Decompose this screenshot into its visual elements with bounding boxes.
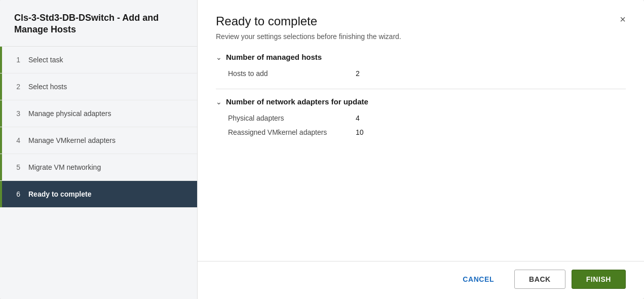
step-number: 2 — [2, 83, 20, 91]
sidebar-steps: 1 Select task 2 Select hosts 3 Manage ph… — [0, 47, 197, 299]
main-panel: Ready to complete × Review your settings… — [198, 0, 644, 299]
sidebar-step-2[interactable]: 2 Select hosts — [0, 73, 197, 100]
section-title: Number of managed hosts — [226, 53, 322, 61]
row-label: Hosts to add — [228, 69, 350, 78]
step-label: Select task — [28, 56, 63, 64]
step-label: Ready to complete — [28, 190, 91, 198]
step-number: 5 — [2, 163, 20, 171]
step-number: 4 — [2, 136, 20, 144]
section-header-network-adapters[interactable]: ⌄ Number of network adapters for update — [216, 97, 626, 106]
main-body: ⌄ Number of managed hosts Hosts to add 2… — [198, 41, 644, 261]
step-number: 1 — [2, 56, 20, 64]
main-title: Ready to complete — [216, 14, 317, 28]
row-value: 4 — [356, 114, 360, 122]
main-header: Ready to complete × — [198, 0, 644, 28]
sidebar: Cls-3-Std3-DB-DSwitch - Add and Manage H… — [0, 0, 198, 299]
section-rows-network-adapters: Physical adapters 4 Reassigned VMkernel … — [216, 111, 626, 139]
footer: CANCEL BACK FINISH — [198, 261, 644, 299]
chevron-icon: ⌄ — [216, 53, 222, 61]
section-managed-hosts: ⌄ Number of managed hosts Hosts to add 2 — [216, 53, 626, 89]
step-label: Migrate VM networking — [28, 163, 101, 171]
row-label: Reassigned VMkernel adapters — [228, 128, 350, 136]
chevron-icon: ⌄ — [216, 98, 222, 106]
sidebar-step-5[interactable]: 5 Migrate VM networking — [0, 154, 197, 181]
section-title: Number of network adapters for update — [226, 97, 368, 106]
row-network-adapters-0: Physical adapters 4 — [228, 111, 626, 125]
section-network-adapters: ⌄ Number of network adapters for update … — [216, 97, 626, 139]
section-header-managed-hosts[interactable]: ⌄ Number of managed hosts — [216, 53, 626, 61]
finish-button[interactable]: FINISH — [572, 270, 626, 289]
section-divider — [216, 89, 626, 89]
step-label: Manage physical adapters — [28, 109, 111, 118]
row-managed-hosts-0: Hosts to add 2 — [228, 66, 626, 81]
step-label: Manage VMkernel adapters — [28, 136, 116, 144]
row-label: Physical adapters — [228, 114, 350, 122]
sidebar-title: Cls-3-Std3-DB-DSwitch - Add and Manage H… — [0, 0, 197, 47]
row-value: 10 — [356, 128, 364, 136]
step-label: Select hosts — [28, 83, 67, 91]
back-button[interactable]: BACK — [514, 270, 565, 289]
sidebar-step-1[interactable]: 1 Select task — [0, 47, 197, 73]
step-number: 6 — [2, 190, 20, 198]
section-rows-managed-hosts: Hosts to add 2 — [216, 66, 626, 81]
main-subtitle: Review your settings selections before f… — [198, 28, 644, 41]
step-number: 3 — [2, 109, 20, 118]
row-network-adapters-1: Reassigned VMkernel adapters 10 — [228, 125, 626, 139]
sidebar-step-3[interactable]: 3 Manage physical adapters — [0, 100, 197, 127]
row-value: 2 — [356, 69, 360, 78]
cancel-button[interactable]: CANCEL — [448, 270, 508, 288]
sidebar-step-4[interactable]: 4 Manage VMkernel adapters — [0, 127, 197, 154]
close-button[interactable]: × — [620, 14, 626, 24]
sidebar-step-6[interactable]: 6 Ready to complete — [0, 181, 197, 208]
dialog: Cls-3-Std3-DB-DSwitch - Add and Manage H… — [0, 0, 644, 299]
